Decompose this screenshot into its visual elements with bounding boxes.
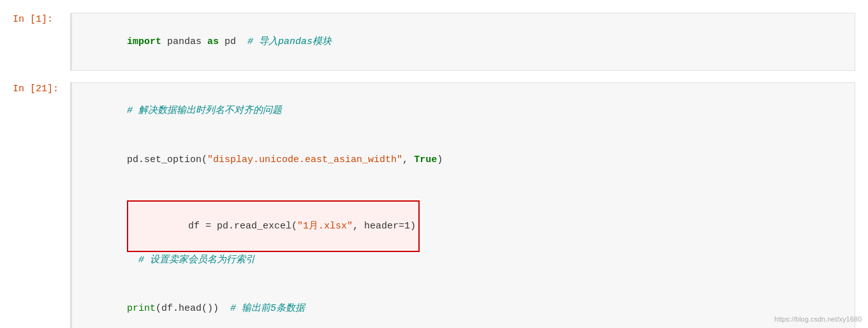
comment-line-1: # 解决数据输出时列名不对齐的问题 <box>127 105 282 116</box>
cell-2: In [21]: # 解决数据输出时列名不对齐的问题 pd.set_option… <box>13 82 855 329</box>
cell-2-line-2: pd.set_option("display.unicode.east_asia… <box>81 135 846 184</box>
close-paren: ) <box>437 154 443 165</box>
as-keyword: as <box>207 36 219 47</box>
cell-1-label: In [1]: <box>13 13 70 25</box>
comment-1: # 导入pandas模块 <box>247 36 332 47</box>
print-kw: print <box>127 303 156 314</box>
cell-1: In [1]: import pandas as pd # 导入pandas模块 <box>13 13 855 71</box>
comment-index: # 设置卖家会员名为行索引 <box>127 255 255 265</box>
dfhead-call: (df.head()) <box>156 303 230 314</box>
cell-2-line-3: df = pd.read_excel("1月.xlsx", header=1) … <box>81 184 846 285</box>
comma-true: , <box>402 154 414 165</box>
comment-output: # 输出前5条数据 <box>230 303 305 314</box>
highlighted-read-excel: df = pd.read_excel("1月.xlsx", header=1) <box>127 200 420 252</box>
header-param: , header=1) <box>353 221 416 232</box>
pd-text: pd <box>219 36 247 47</box>
str-filename: "1月.xlsx" <box>297 221 353 232</box>
cell-1-line-1: import pandas as pd # 导入pandas模块 <box>81 17 846 66</box>
cell-2-label: In [21]: <box>13 82 70 94</box>
cell-1-content[interactable]: import pandas as pd # 导入pandas模块 <box>70 13 855 71</box>
cell-2-line-4: print(df.head()) # 输出前5条数据 <box>81 285 846 329</box>
pd-setoption: pd.set_option( <box>127 154 207 165</box>
str-display: "display.unicode.east_asian_width" <box>207 154 402 165</box>
true-kw: True <box>414 154 437 165</box>
cell-2-content[interactable]: # 解决数据输出时列名不对齐的问题 pd.set_option("display… <box>70 82 855 329</box>
watermark: https://blog.csdn.net/xy1680 <box>774 315 862 323</box>
import-keyword: import <box>127 36 161 47</box>
cell-2-line-1: # 解决数据输出时列名不对齐的问题 <box>81 87 846 136</box>
pandas-text: pandas <box>161 36 207 47</box>
notebook-container: In [1]: import pandas as pd # 导入pandas模块… <box>0 6 868 328</box>
df-assign: df = pd.read_excel( <box>188 221 297 232</box>
